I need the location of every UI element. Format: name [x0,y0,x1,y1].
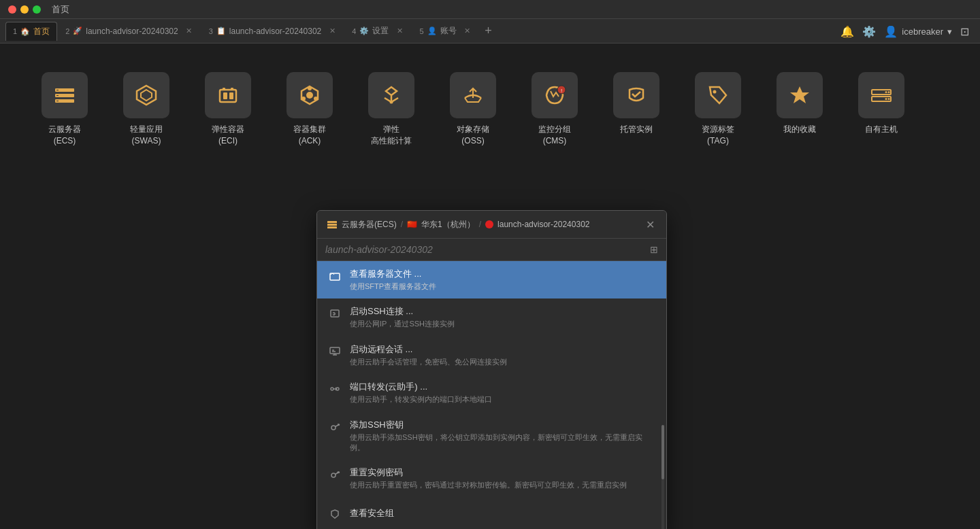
user-menu[interactable]: 👤 icebreaker ▾ [884,25,952,38]
favorites-label: 我的收藏 [783,124,816,135]
menu-item-add-key[interactable]: 添加SSH密钥 使用云助手添加SSH密钥，将公钥立即添加到实例内容，新密钥可立即… [317,412,666,460]
tab-account[interactable]: 5 👤 账号 ✕ [412,22,478,41]
dropdown-chevron-icon: ▾ [947,27,952,37]
settings-icon[interactable]: ⚙️ [862,25,876,38]
title-bar: 首页 [0,0,980,19]
tab-launch-2[interactable]: 3 📋 launch-advisor-20240302 ✕ [202,22,344,41]
svg-point-48 [331,426,336,430]
own-server-icon [858,72,904,118]
view-files-content: 查看服务器文件 ... 使用SFTP查看服务器文件 [350,268,655,292]
context-menu-list: 查看服务器文件 ... 使用SFTP查看服务器文件 启动SSH连接 ... [317,261,666,529]
tag-icon [695,72,741,118]
security-group-icon [328,507,342,521]
tab-close-3[interactable]: ✕ [327,27,337,36]
tag-label: 资源标签(TAG) [702,124,734,147]
tab-label-home: 首页 [33,26,50,37]
svg-rect-10 [229,92,233,99]
icon-hpc[interactable]: 弹性高性能计算 [354,64,429,155]
window-icon[interactable]: ⊡ [960,25,969,38]
menu-item-port-forward[interactable]: 端口转发(云助手) ... 使用云助手，转发实例内的端口到本地端口 [317,374,666,411]
gear-icon: ⚙️ [359,27,369,36]
tab-num-2: 2 [65,27,69,35]
menu-item-remote[interactable]: 启动远程会话 ... 使用云助手会话管理，免密码、免公网连接实例 [317,337,666,374]
menu-item-reset-pwd[interactable]: 重置实例密码 使用云助手重置密码，密码通过非对称加密传输。新密码可立即生效，无需… [317,460,666,497]
ack-label: 容器集群(ACK) [293,124,326,147]
icon-cms[interactable]: ! 监控分组(CMS) [517,64,592,155]
tab-settings[interactable]: 4 ⚙️ 设置 ✕ [345,22,411,41]
svg-rect-11 [223,88,225,90]
icon-managed[interactable]: 托管实例 [599,64,674,155]
menu-item-view-files[interactable]: 查看服务器文件 ... 使用SFTP查看服务器文件 [317,261,666,298]
svg-point-27 [888,98,890,100]
close-button[interactable] [8,5,16,14]
flag-cn-icon: 🇨🇳 [407,220,417,229]
favorites-icon [777,72,823,118]
svg-rect-9 [223,92,227,99]
list-icon-1: 📋 [216,27,226,36]
svg-point-17 [301,97,306,101]
icon-eci[interactable]: 弹性容器(ECI) [191,64,265,155]
security-group-title: 查看安全组 [350,507,394,519]
context-search-input[interactable] [325,244,650,255]
user-avatar-icon: 👤 [884,25,898,38]
main-content: 云服务器(ECS) 轻量应用(SWAS) [0,44,980,529]
svg-point-43 [331,388,333,390]
svg-text:!: ! [561,88,562,94]
icon-tag[interactable]: 资源标签(TAG) [681,64,755,155]
own-server-label: 自有主机 [865,124,898,135]
window-title: 首页 [52,3,69,16]
tab-home[interactable]: 1 🏠 首页 [5,22,57,41]
tab-close-5[interactable]: ✕ [463,27,472,36]
add-key-title: 添加SSH密钥 [350,419,655,431]
port-forward-content: 端口转发(云助手) ... 使用云助手，转发实例内的端口到本地端口 [350,381,655,405]
swas-label: 轻量应用(SWAS) [130,124,163,147]
port-forward-icon [328,382,342,396]
tab-num-1: 1 [13,27,17,35]
context-menu-header: 云服务器(ECS) / 🇨🇳 华东1（杭州） / launch-advisor-… [317,211,666,239]
svg-point-26 [888,91,890,93]
tab-add-button[interactable]: + [480,23,497,39]
tab-launch-1[interactable]: 2 🚀 launch-advisor-20240302 ✕ [59,22,201,41]
svg-rect-38 [330,347,340,354]
svg-point-28 [885,91,887,93]
svg-rect-32 [327,226,337,228]
tab-bar: 1 🏠 首页 2 🚀 launch-advisor-20240302 ✕ 3 📋… [0,19,980,44]
view-files-desc: 使用SFTP查看服务器文件 [350,281,655,292]
context-menu-close-button[interactable]: ✕ [643,218,657,231]
icon-favorites[interactable]: 我的收藏 [762,64,837,155]
tab-close-2[interactable]: ✕ [184,27,194,36]
add-key-desc: 使用云助手添加SSH密钥，将公钥立即添加到实例内容，新密钥可立即生效，无需重启实… [350,432,655,454]
notification-icon[interactable]: 🔔 [840,25,854,38]
oss-icon [450,72,496,118]
icon-ack[interactable]: 容器集群(ACK) [272,64,347,155]
oss-label: 对象存储(OSS) [457,124,489,147]
maximize-button[interactable] [33,5,41,14]
icon-ecs[interactable]: 云服务器(ECS) [27,64,102,155]
icon-swas[interactable]: 轻量应用(SWAS) [109,64,184,155]
scrollbar-thumb[interactable] [662,425,664,479]
reset-pwd-desc: 使用云助手重置密码，密码通过非对称加密传输。新密码可立即生效，无需重启实例 [350,480,655,490]
menu-item-security-group[interactable]: 查看安全组 [317,498,666,529]
tab-close-4[interactable]: ✕ [395,27,404,36]
remote-desc: 使用云助手会话管理，免密码、免公网连接实例 [350,357,655,367]
minimize-button[interactable] [20,5,29,14]
managed-label: 托管实例 [620,124,653,135]
managed-icon [613,72,659,118]
svg-point-18 [390,101,393,104]
scrollbar[interactable] [662,425,664,529]
ecs-label: 云服务器(ECS) [48,124,81,147]
menu-item-ssh[interactable]: 启动SSH连接 ... 使用公网IP，通过SSH连接实例 [317,298,666,336]
port-forward-desc: 使用云助手，转发实例内的端口到本地端口 [350,394,655,405]
svg-rect-8 [220,90,236,102]
icon-own-server[interactable]: 自有主机 [844,64,919,155]
svg-rect-30 [327,221,337,223]
user-icon-tab: 👤 [427,27,437,36]
tab-num-5: 5 [419,27,423,35]
breadcrumb-service: 云服务器(ECS) [342,219,397,231]
breadcrumb-sep-2: / [479,220,481,229]
svg-point-52 [331,473,336,477]
traffic-lights[interactable] [8,5,41,14]
icon-oss[interactable]: 对象存储(OSS) [436,64,510,155]
search-icon: ⊞ [650,244,658,255]
breadcrumb-instance: launch-advisor-20240302 [497,220,589,229]
